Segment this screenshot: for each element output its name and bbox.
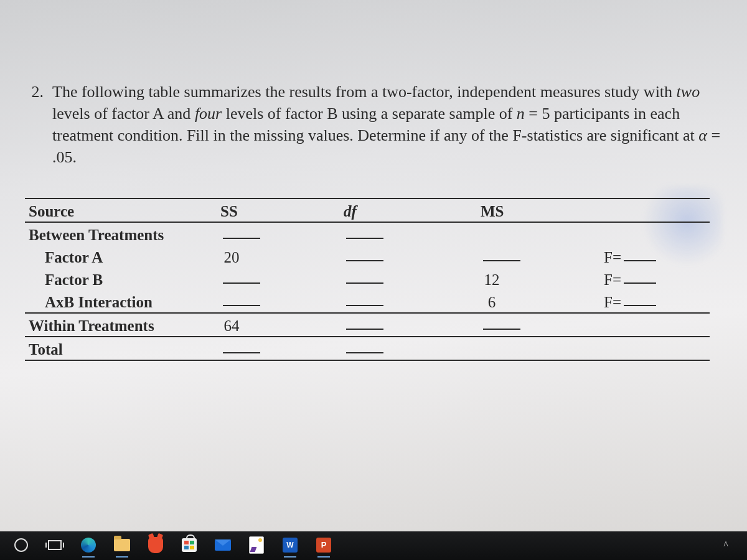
question-number: 2. <box>12 81 52 168</box>
factor-b-f: F= <box>600 268 710 290</box>
blank-axb-ss <box>223 305 260 306</box>
edge-button[interactable] <box>80 536 97 555</box>
tray-overflow-button[interactable]: ^ <box>717 536 735 555</box>
lbl-total: Total <box>25 337 217 360</box>
q-italic-n: n <box>517 105 525 123</box>
fprefix-axb: F= <box>604 294 621 310</box>
paint-button[interactable] <box>248 536 265 555</box>
question-block: 2. The following table summarizes the re… <box>12 81 741 168</box>
blank-b-f <box>624 282 656 284</box>
within-f <box>600 313 710 337</box>
factor-b-df <box>340 268 477 290</box>
total-df <box>340 337 477 360</box>
row-total: Total <box>25 337 710 360</box>
blank-between-ss <box>223 238 260 239</box>
factor-b-ss <box>217 268 340 290</box>
hdr-f <box>600 198 710 222</box>
store-button[interactable] <box>181 536 198 555</box>
hdr-df: df <box>340 198 477 222</box>
windows-taskbar[interactable]: W P ^ <box>0 531 747 560</box>
between-df <box>340 222 477 245</box>
mail-button[interactable] <box>214 536 232 555</box>
word-button[interactable]: W <box>281 536 299 555</box>
blank-a-f <box>624 260 656 261</box>
fprefix-a: F= <box>604 249 621 266</box>
blank-total-ss <box>223 352 260 353</box>
hdr-ms: MS <box>477 198 600 222</box>
q-italic-four: four <box>195 105 222 123</box>
folder-icon <box>114 539 130 551</box>
q-text-3: levels of factor B using a separate samp… <box>222 105 517 123</box>
q-italic-two: two <box>677 83 700 101</box>
total-ms <box>477 337 600 360</box>
store-icon <box>182 538 197 552</box>
total-ss <box>217 337 340 360</box>
powerpoint-icon: P <box>316 538 331 553</box>
q-alpha: α <box>698 126 707 144</box>
factor-a-ms <box>477 245 600 268</box>
within-ms <box>477 313 600 337</box>
between-ms <box>477 222 600 245</box>
row-factor-b: Factor B 12 F= <box>25 268 710 290</box>
between-f <box>600 222 710 245</box>
start-circle-icon <box>14 538 28 552</box>
factor-a-df <box>340 245 477 268</box>
hdr-source: Source <box>25 198 217 222</box>
task-view-icon <box>48 540 62 550</box>
mail-icon <box>215 539 231 551</box>
file-explorer-button[interactable] <box>113 536 131 555</box>
lbl-factor-a: Factor A <box>25 245 217 268</box>
factor-a-f: F= <box>600 245 710 268</box>
q-text-1: The following table summarizes the resul… <box>52 83 677 101</box>
blank-within-df <box>346 329 383 330</box>
blank-total-df <box>346 352 383 353</box>
question-text: The following table summarizes the resul… <box>52 81 741 168</box>
anova-table: Source SS df MS Between Treatments Facto… <box>25 198 710 361</box>
blank-a-ms <box>483 260 520 261</box>
word-icon: W <box>283 538 298 553</box>
blank-between-df <box>346 238 383 239</box>
blank-b-df <box>346 282 383 284</box>
row-within: Within Treatments 64 <box>25 313 710 337</box>
powerpoint-button[interactable]: P <box>315 536 332 555</box>
lbl-axb: AxB Interaction <box>25 290 217 313</box>
brave-button[interactable] <box>147 536 164 555</box>
axb-f: F= <box>600 290 710 313</box>
blank-b-ss <box>223 282 260 284</box>
lbl-within: Within Treatments <box>25 313 217 337</box>
factor-b-ms: 12 <box>477 268 600 290</box>
row-axb: AxB Interaction 6 F= <box>25 290 710 313</box>
table-header-row: Source SS df MS <box>25 198 710 222</box>
lbl-between: Between Treatments <box>25 222 217 245</box>
blank-within-ms <box>483 329 520 330</box>
task-view-button[interactable] <box>46 536 63 555</box>
edge-icon <box>81 538 96 553</box>
within-df <box>340 313 477 337</box>
total-f <box>600 337 710 360</box>
q-text-2: levels of factor A and <box>52 105 195 123</box>
row-factor-a: Factor A 20 F= <box>25 245 710 268</box>
blank-a-df <box>346 260 383 261</box>
anova-table-wrap: Source SS df MS Between Treatments Facto… <box>25 198 710 361</box>
blank-axb-df <box>346 305 383 306</box>
paint-icon <box>249 536 264 554</box>
brave-icon <box>148 537 163 553</box>
axb-df <box>340 290 477 313</box>
blank-axb-f <box>624 305 656 306</box>
hdr-ss: SS <box>217 198 340 222</box>
row-between: Between Treatments <box>25 222 710 245</box>
lbl-factor-b: Factor B <box>25 268 217 290</box>
factor-a-ss: 20 <box>217 245 340 268</box>
fprefix-b: F= <box>604 271 621 288</box>
axb-ms: 6 <box>477 290 600 313</box>
within-ss: 64 <box>217 313 340 337</box>
start-button[interactable] <box>12 536 30 555</box>
axb-ss <box>217 290 340 313</box>
between-ss <box>217 222 340 245</box>
